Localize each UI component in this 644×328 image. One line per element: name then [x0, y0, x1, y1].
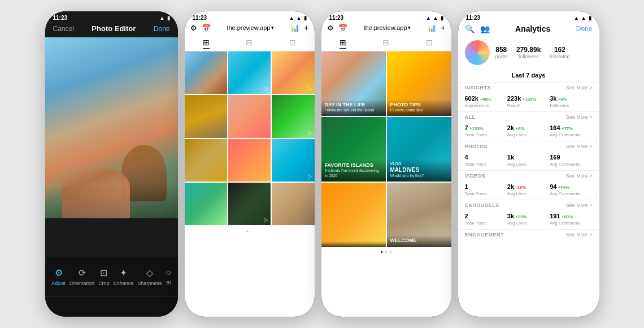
phone-highlights: 11:23 ▲ ▲ ▮ ⚙ 📅 the.preview.app ▾ 📊 + ⊞ [321, 11, 451, 317]
crop-label: Crop [98, 280, 110, 286]
dropdown-icon[interactable]: ▾ [271, 25, 274, 31]
followers-metric-value: 3k [550, 95, 556, 102]
grid-cell-12[interactable] [272, 183, 314, 225]
following-label: following [550, 54, 569, 59]
status-icons-1: ▲ ▮ [160, 15, 170, 21]
highlight-maldives[interactable]: VLOG MALDIVES Would you try this? [387, 117, 451, 182]
right-header-icons-3: 📊 + [427, 23, 445, 32]
carousels-title: CAROUSELS [465, 202, 499, 208]
signal-icon-3: ▲ [426, 15, 431, 21]
analytics-icon-3[interactable]: 📊 [427, 24, 436, 32]
blur-tool[interactable]: ○ Bl [166, 267, 171, 286]
carousels-see-more[interactable]: See More > [566, 202, 593, 208]
grid-cell-5[interactable] [228, 95, 271, 137]
grid-cell-4[interactable] [185, 95, 227, 137]
app-header-3: ⚙ 📅 the.preview.app ▾ 📊 + [321, 22, 451, 34]
videos-metrics: 1 Total Posts 2k -18% Avg Likes 94 +74% … [458, 180, 599, 200]
grid-cell-11[interactable]: ▷ [228, 183, 271, 225]
play-icon-6: ▷ [308, 130, 312, 136]
orientation-tool[interactable]: ⟳ Orientation [69, 267, 94, 286]
grid-cell-9[interactable]: ▷ [272, 139, 314, 182]
grid-cell-2[interactable]: ▷ [228, 51, 271, 94]
toolbar-bottom [45, 296, 178, 317]
photos-title: PHOTOS [465, 144, 488, 149]
play-icon-11: ▷ [264, 217, 268, 223]
orientation-label: Orientation [69, 280, 94, 286]
settings-icon[interactable]: ⚙ [190, 24, 197, 32]
impressions-change: +88% [478, 97, 491, 102]
calendar-icon[interactable]: 📅 [202, 24, 211, 32]
grid-cell-3[interactable]: ▷ [272, 51, 314, 94]
engagement-section-header: ENGAGEMENT See More > [458, 230, 599, 239]
status-bar-1: 11:23 ▲ ▮ [45, 11, 178, 22]
play-icon-2: ▷ [264, 85, 268, 92]
add-icon[interactable]: + [304, 23, 308, 32]
cancel-button[interactable]: Cancel [53, 25, 74, 33]
videos-title: VIDEOS [465, 173, 486, 179]
following-count: 162 [554, 46, 565, 54]
status-bar-2: 11:23 ▲ ▲ ▮ [185, 11, 315, 22]
all-see-more[interactable]: See More > [566, 114, 593, 120]
adjust-tool[interactable]: ⚙ Adjust [51, 267, 66, 286]
grid-cell-10[interactable] [185, 183, 227, 225]
photos-metrics: 4 Total Posts 1k Avg Likes 169 Avg Comme… [458, 150, 599, 171]
blur-icon: ○ [166, 267, 171, 278]
photo-editor-header: Cancel Photo Editor Done [45, 22, 178, 37]
highlight-photo-tips[interactable]: PHOTO TIPS Favorite photo tips [387, 51, 451, 116]
battery-icon-2: ▮ [304, 15, 307, 21]
insights-see-more[interactable]: See More > [566, 85, 593, 90]
analytics-done-button[interactable]: Done [576, 25, 593, 33]
highlight-favorite-islands[interactable]: FAVORITE ISLANDS 5 islands I've loved di… [321, 117, 386, 182]
crop-tool[interactable]: ⊡ Crop [98, 267, 110, 286]
settings-icon-3[interactable]: ⚙ [327, 24, 334, 32]
tab-reels-3[interactable]: ⊟ [382, 37, 389, 49]
people-icon[interactable]: 👥 [480, 24, 490, 33]
photo-editor-toolbar: ⚙ Adjust ⟳ Orientation ⊡ Crop ✦ Enhance … [45, 257, 178, 296]
videos-posts-metric: 1 Total Posts [465, 181, 507, 196]
carousels-metrics: 2 Total Posts 3k +90% Avg Likes 191 +83%… [458, 209, 599, 230]
following-stat: 162 following [550, 46, 569, 59]
nav-tabs-2: ⊞ ⊟ ⊡ [185, 34, 315, 51]
tab-tagged[interactable]: ⊡ [289, 37, 296, 49]
analytics-header: 🔍 👥 Analytics Done [458, 22, 599, 37]
highlight-welcome[interactable]: WELCOME [387, 183, 451, 247]
engagement-see-more[interactable]: See More > [566, 232, 593, 238]
followers-metric-label: Followers [550, 103, 592, 108]
tab-tagged-3[interactable]: ⊡ [426, 37, 433, 49]
grid-cell-7[interactable] [185, 139, 227, 182]
highlight-label-5: FAVORITE ISLANDS 5 islands I've loved di… [321, 160, 386, 182]
grid-cell-1[interactable] [185, 51, 227, 94]
all-title: ALL [465, 114, 476, 120]
highlight-day-in-life[interactable]: DAY IN THE LIFE Follow me around the isl… [321, 51, 386, 116]
status-icons-2: ▲ ▲ ▮ [289, 15, 307, 21]
grid-cell-6[interactable]: ▷ [272, 95, 314, 137]
play-icon-9: ▷ [308, 173, 312, 179]
blur-label: Bl [166, 280, 171, 286]
highlight-label-6: VLOG MALDIVES Would you try this? [387, 159, 451, 182]
impressions-metric: 602k +88% Impressions [465, 93, 507, 108]
videos-see-more[interactable]: See More > [566, 173, 593, 179]
tab-grid[interactable]: ⊞ [203, 37, 210, 49]
dropdown-icon-3[interactable]: ▾ [408, 25, 411, 31]
highlight-cell-5[interactable] [321, 183, 386, 247]
done-button[interactable]: Done [154, 25, 170, 33]
status-bar-4: 11:23 ▲ ▲ ▮ [458, 11, 599, 22]
reach-label: Reach [507, 103, 550, 108]
crop-icon: ⊡ [100, 267, 107, 278]
followers-metric: 3k +8% Followers [550, 93, 592, 108]
left-header-icons: ⚙ 📅 [190, 24, 211, 32]
photos-see-more[interactable]: See More > [566, 144, 593, 149]
posts-stat: 858 posts [495, 46, 508, 59]
tab-grid-3[interactable]: ⊞ [340, 37, 346, 49]
status-bar-3: 11:23 ▲ ▲ ▮ [321, 11, 451, 22]
grid-cell-8[interactable] [228, 139, 271, 182]
search-icon[interactable]: 🔍 [465, 24, 475, 33]
tab-reels[interactable]: ⊟ [246, 37, 253, 49]
sharpness-tool[interactable]: ◇ Sharpness [137, 267, 162, 286]
battery-icon-3: ▮ [441, 15, 443, 21]
add-icon-3[interactable]: + [441, 23, 445, 32]
enhance-tool[interactable]: ✦ Enhance [114, 267, 134, 286]
analytics-icon[interactable]: 📊 [290, 24, 299, 32]
play-icon-3: ▷ [308, 85, 312, 92]
calendar-icon-3[interactable]: 📅 [338, 24, 347, 32]
